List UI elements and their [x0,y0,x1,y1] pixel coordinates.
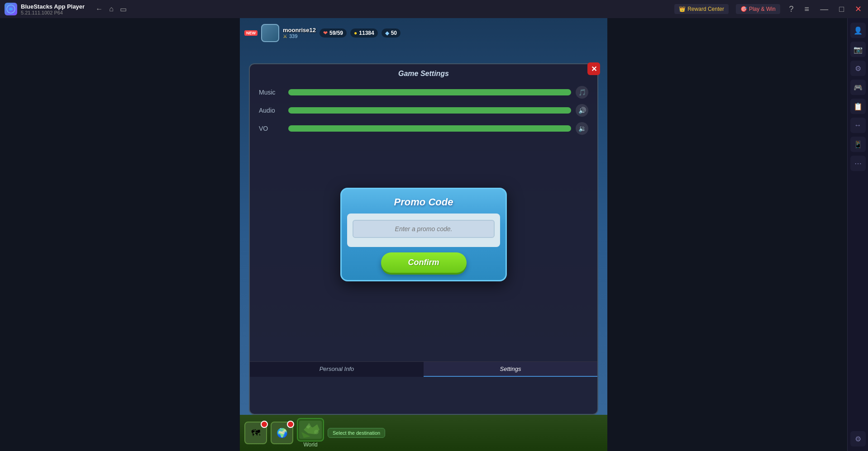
promo-title: Promo Code [342,189,506,214]
right-sidebar: 👤 📷 ⚙ 🎮 📋 ↔ 📱 ⋯ ⚙ [847,18,868,451]
promo-modal: Promo Code Confirm [340,188,507,281]
sidebar-icon-mobile[interactable]: 📱 [850,137,866,152]
sidebar-icon-settings[interactable]: ⚙ [850,61,866,76]
reward-center-button[interactable]: 👑 Reward Center [674,4,729,14]
home-button[interactable]: ⌂ [109,5,114,13]
sidebar-icon-more[interactable]: ⋯ [850,156,866,171]
promo-confirm-area: Confirm [342,252,506,280]
help-button[interactable]: ? [787,5,796,14]
nav-icons: ← ⌂ ▭ [95,5,127,14]
promo-code-input[interactable] [353,220,495,238]
app-version: 5.21.111.1002 P64 [21,10,77,15]
maximize-button[interactable]: □ [837,5,846,14]
reward-icon: 👑 [679,6,686,12]
reward-center-label: Reward Center [687,6,724,12]
game-viewport: NEW moonrise12 ⚔ 339 ❤ 59/59 ● 11384 ◆ [240,18,607,451]
play-win-label: Play & Win [749,6,776,12]
sidebar-icon-resize[interactable]: ↔ [850,118,866,133]
sidebar-icon-camera[interactable]: 📷 [850,42,866,57]
promo-modal-overlay: Promo Code Confirm [240,18,607,451]
play-win-button[interactable]: 🎯 Play & Win [736,4,780,14]
tabs-button[interactable]: ▭ [120,5,127,14]
app-logo [5,3,17,15]
play-win-icon: 🎯 [740,6,747,12]
right-controls: 👑 Reward Center 🎯 Play & Win ? ≡ — □ ✕ [674,4,863,14]
sidebar-icon-gear-bottom[interactable]: ⚙ [850,431,866,446]
back-button[interactable]: ← [95,5,103,13]
minimize-button[interactable]: — [818,5,830,14]
sidebar-icon-gamepad[interactable]: 🎮 [850,80,866,95]
right-overlay [607,18,847,451]
titlebar: BlueStacks App Player 5.21.111.1002 P64 … [0,0,868,18]
sidebar-icon-clipboard[interactable]: 📋 [850,99,866,114]
left-overlay [0,18,240,451]
promo-input-area [347,214,500,247]
app-name: BlueStacks App Player [21,3,85,10]
menu-button[interactable]: ≡ [803,5,811,14]
promo-confirm-button[interactable]: Confirm [381,252,467,273]
main-area: NEW moonrise12 ⚔ 339 ❤ 59/59 ● 11384 ◆ [0,18,847,451]
close-button[interactable]: ✕ [853,4,863,14]
sidebar-icon-profile[interactable]: 👤 [850,23,866,38]
